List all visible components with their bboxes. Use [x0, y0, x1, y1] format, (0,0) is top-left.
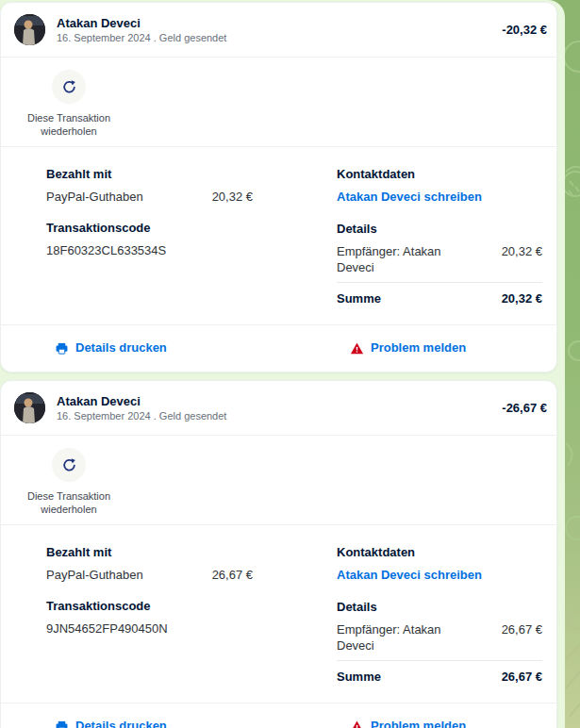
- print-details-link[interactable]: Details drucken: [55, 718, 167, 728]
- contact-link[interactable]: Atakan Deveci schreiben: [337, 567, 482, 584]
- transaction-name: Atakan Deveci: [57, 394, 226, 408]
- transaction-meta: 16. September 2024 . Geld gesendet: [57, 410, 226, 422]
- transaction-header[interactable]: Atakan Deveci 16. September 2024 . Geld …: [1, 3, 556, 57]
- avatar: [14, 392, 45, 423]
- transaction-amount: -20,32 €: [502, 23, 547, 37]
- transaction-code-heading: Transaktionscode: [46, 220, 253, 237]
- sum-label: Summe: [337, 669, 381, 686]
- report-problem-label: Problem melden: [371, 718, 466, 728]
- transaction-meta: 16. September 2024 . Geld gesendet: [57, 32, 226, 44]
- print-details-label: Details drucken: [75, 718, 167, 728]
- transaction-card: Atakan Deveci 16. September 2024 . Geld …: [0, 380, 557, 728]
- printer-icon: [55, 341, 69, 356]
- contact-heading: Kontaktdaten: [337, 544, 542, 561]
- printer-icon: [55, 720, 69, 728]
- transaction-name: Atakan Deveci: [57, 16, 226, 30]
- details-heading: Details: [337, 599, 542, 616]
- contact-heading: Kontaktdaten: [337, 166, 542, 183]
- paid-with-value: PayPal-Guthaben: [46, 189, 143, 205]
- sum-amount: 20,32 €: [502, 290, 542, 307]
- divider: [337, 660, 542, 661]
- warning-triangle-icon: [350, 720, 364, 728]
- repeat-transaction-button[interactable]: [52, 448, 86, 482]
- paid-with-value: PayPal-Guthaben: [46, 567, 143, 583]
- warning-triangle-icon: [350, 341, 364, 356]
- avatar: [14, 14, 45, 45]
- transaction-code-heading: Transaktionscode: [46, 598, 253, 615]
- details-heading: Details: [337, 221, 542, 238]
- transaction-amount: -26,67 €: [502, 401, 547, 415]
- repeat-transaction-button[interactable]: [52, 70, 86, 104]
- transaction-card: Atakan Deveci 16. September 2024 . Geld …: [0, 2, 557, 372]
- recipient-value: Empfänger: Atakan Deveci: [337, 621, 452, 654]
- print-details-link[interactable]: Details drucken: [55, 339, 167, 356]
- transactions-panel: Atakan Deveci 16. September 2024 . Geld …: [0, 0, 565, 728]
- divider: [337, 282, 542, 283]
- recipient-value: Empfänger: Atakan Deveci: [337, 243, 452, 275]
- recipient-amount: 20,32 €: [502, 243, 542, 259]
- report-problem-label: Problem melden: [371, 339, 466, 356]
- transaction-header[interactable]: Atakan Deveci 16. September 2024 . Geld …: [1, 381, 556, 435]
- refresh-icon: [61, 79, 77, 95]
- transaction-code-value: 18F60323CL633534S: [46, 242, 166, 258]
- paid-with-heading: Bezahlt mit: [46, 166, 253, 183]
- repeat-transaction-label: Diese Transaktion wiederholen: [25, 489, 112, 516]
- paid-with-heading: Bezahlt mit: [46, 544, 253, 561]
- report-problem-link[interactable]: Problem melden: [350, 339, 466, 356]
- transaction-code-value: 9JN54652FP490450N: [46, 620, 168, 637]
- report-problem-link[interactable]: Problem melden: [350, 718, 466, 728]
- repeat-transaction-label: Diese Transaktion wiederholen: [25, 111, 112, 138]
- recipient-amount: 26,67 €: [502, 621, 542, 637]
- refresh-icon: [61, 457, 77, 473]
- contact-link[interactable]: Atakan Deveci schreiben: [337, 189, 482, 206]
- sum-label: Summe: [337, 290, 381, 307]
- paid-with-amount: 26,67 €: [212, 567, 253, 583]
- print-details-label: Details drucken: [75, 339, 167, 356]
- paid-with-amount: 20,32 €: [212, 189, 253, 205]
- sum-amount: 26,67 €: [502, 669, 542, 686]
